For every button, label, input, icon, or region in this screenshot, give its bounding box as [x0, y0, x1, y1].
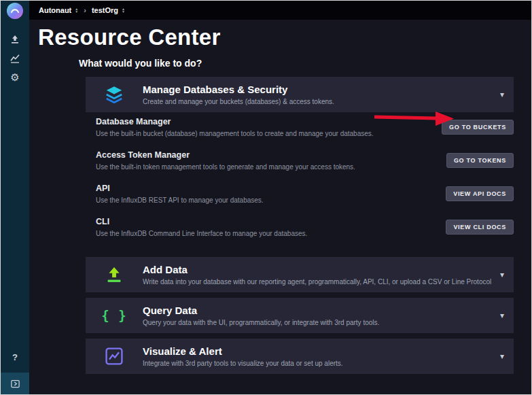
row-access-token-manager: Access Token Manager Use the built-in to… — [96, 150, 514, 171]
panel-manage-databases: Manage Databases & Security Create and m… — [86, 77, 514, 252]
chevron-down-icon[interactable]: ▾ — [500, 351, 504, 361]
panel-visualize-alert: Visualize & Alert Integrate with 3rd par… — [86, 339, 514, 374]
graph-nav-icon[interactable] — [1, 49, 29, 68]
row-title: Database Manager — [96, 117, 433, 126]
upload-nav-icon[interactable] — [1, 30, 29, 49]
resource-panels: Manage Databases & Security Create and m… — [86, 77, 514, 379]
row-api: API Use the InfluxDB REST API to manage … — [96, 184, 514, 204]
panel-description: Integrate with 3rd party tools to visual… — [143, 360, 493, 367]
influxdb-logo-icon[interactable] — [7, 3, 23, 19]
panel-title: Query Data — [143, 305, 493, 316]
go-to-tokens-button[interactable]: GO TO TOKENS — [446, 153, 514, 168]
section-header-visualize-alert[interactable]: Visualize & Alert Integrate with 3rd par… — [86, 339, 514, 374]
row-title: Access Token Manager — [96, 150, 438, 160]
logo-wave-icon — [10, 6, 20, 16]
section-header-add-data[interactable]: Add Data Write data into your database w… — [86, 257, 514, 292]
row-description: Use the built-in bucket (database) manag… — [96, 130, 433, 137]
sort-carets-icon: ▲▼ — [122, 7, 125, 13]
page-title: Resource Center — [38, 24, 531, 50]
nav-sidebar: ⚙ ? — [1, 1, 29, 394]
row-text: CLI Use the InfluxDB Command Line Interf… — [96, 217, 446, 237]
braces-icon: { } — [86, 308, 143, 323]
chevron-down-icon[interactable]: ▾ — [500, 270, 504, 279]
main-content: Autonaut ▲▼ › testOrg ▲▼ Resource Center… — [29, 1, 531, 394]
breadcrumb-separator: › — [84, 6, 86, 14]
help-icon[interactable]: ? — [1, 348, 29, 366]
row-title: API — [96, 184, 438, 193]
workspace-switcher[interactable]: testOrg ▲▼ — [92, 6, 125, 14]
panel-description: Query your data with the UI, programmati… — [143, 319, 493, 326]
row-description: Use the built-in token management tools … — [96, 163, 438, 171]
section-header-manage-databases[interactable]: Manage Databases & Security Create and m… — [86, 77, 514, 112]
row-cli: CLI Use the InfluxDB Command Line Interf… — [96, 217, 514, 237]
org-switcher[interactable]: Autonaut ▲▼ — [39, 6, 78, 14]
panel-title: Manage Databases & Security — [143, 84, 493, 95]
row-text: API Use the InfluxDB REST API to manage … — [96, 184, 446, 204]
upload-icon — [86, 265, 143, 284]
panel-title: Add Data — [143, 264, 493, 275]
row-text: Database Manager Use the built-in bucket… — [96, 117, 442, 137]
workspace-name: testOrg — [92, 6, 118, 14]
panel-header-text: Query Data Query your data with the UI, … — [143, 299, 493, 332]
row-description: Use the InfluxDB REST API to manage your… — [96, 196, 438, 204]
view-api-docs-button[interactable]: VIEW API DOCS — [446, 186, 514, 201]
panel-header-text: Add Data Write data into your database w… — [143, 258, 493, 291]
section-header-query-data[interactable]: { } Query Data Query your data with the … — [86, 298, 514, 333]
panel-add-data: Add Data Write data into your database w… — [86, 257, 514, 292]
settings-nav-icon[interactable]: ⚙ — [1, 68, 29, 87]
row-description: Use the InfluxDB Command Line Interface … — [96, 230, 438, 237]
chevron-down-icon[interactable]: ▾ — [500, 311, 504, 320]
app-window: ⚙ ? Autonaut ▲▼ › testOrg ▲▼ Resource Ce… — [0, 0, 532, 395]
line-chart-icon — [86, 347, 143, 366]
panel-description: Write data into your database with our r… — [143, 278, 493, 286]
panel-title: Visualize & Alert — [143, 345, 493, 357]
row-text: Access Token Manager Use the built-in to… — [96, 150, 446, 171]
org-name: Autonaut — [39, 6, 71, 14]
expand-panel-icon[interactable] — [1, 373, 29, 394]
row-database-manager: Database Manager Use the built-in bucket… — [96, 117, 514, 137]
panel-header-text: Manage Databases & Security Create and m… — [143, 78, 493, 111]
chevron-down-icon[interactable]: ▾ — [500, 90, 504, 99]
layers-icon — [86, 84, 143, 105]
panel-body-manage-databases: Database Manager Use the built-in bucket… — [86, 112, 514, 252]
sort-carets-icon: ▲▼ — [75, 7, 78, 13]
panel-header-text: Visualize & Alert Integrate with 3rd par… — [143, 340, 493, 373]
panel-query-data: { } Query Data Query your data with the … — [86, 298, 514, 333]
go-to-buckets-button[interactable]: GO TO BUCKETS — [442, 120, 514, 135]
page-question: What would you like to do? — [79, 58, 531, 69]
view-cli-docs-button[interactable]: VIEW CLI DOCS — [446, 220, 514, 235]
row-title: CLI — [96, 217, 438, 226]
breadcrumb: Autonaut ▲▼ › testOrg ▲▼ — [29, 1, 531, 20]
panel-description: Create and manage your buckets (database… — [143, 98, 493, 105]
